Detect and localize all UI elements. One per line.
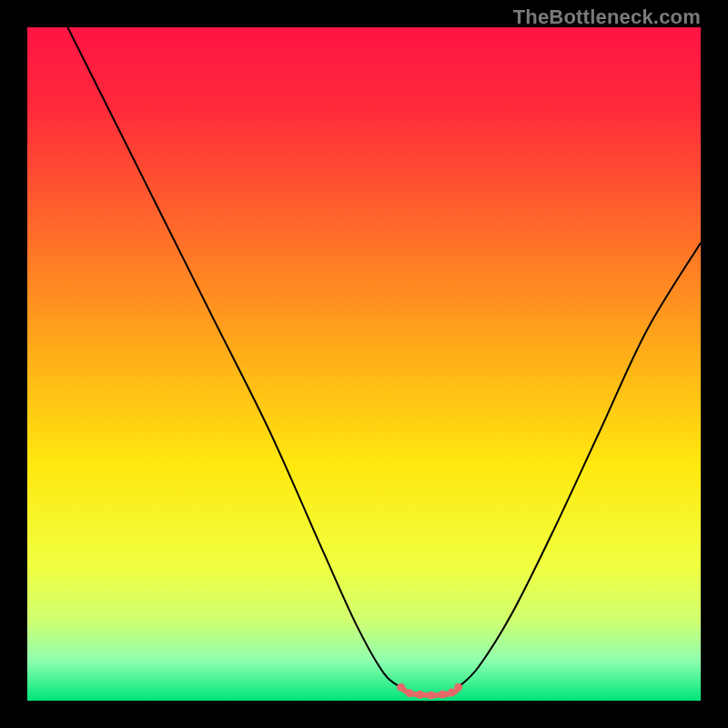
chart-frame: TheBottleneck.com — [0, 0, 728, 728]
marker-dot — [406, 689, 414, 697]
bottom-markers — [397, 683, 462, 700]
marker-dot — [428, 692, 436, 700]
marker-dot — [439, 690, 447, 698]
plot-area — [27, 27, 701, 701]
marker-dot — [416, 691, 424, 699]
watermark-text: TheBottleneck.com — [513, 5, 701, 29]
right-curve — [459, 243, 701, 687]
left-curve — [67, 27, 400, 687]
marker-dot — [448, 689, 456, 697]
chart-curve-layer — [27, 27, 701, 701]
marker-dot — [454, 683, 462, 692]
marker-dot — [397, 683, 405, 692]
